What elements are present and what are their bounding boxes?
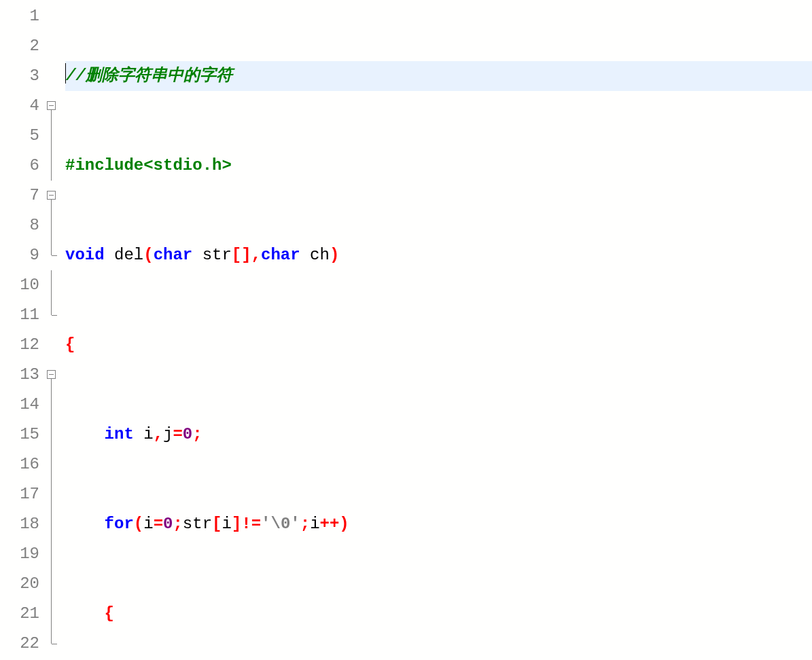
code-line[interactable]: {: [65, 330, 812, 360]
line-number: 5: [0, 121, 45, 151]
fold-toggle-icon[interactable]: [47, 191, 56, 200]
code-line[interactable]: #include<stdio.h>: [65, 151, 812, 181]
line-number: 21: [0, 599, 45, 629]
code-line[interactable]: void del(char str[],char ch): [65, 240, 812, 270]
code-line[interactable]: for(i=0;str[i]!='\0';i++): [65, 509, 812, 539]
line-number: 16: [0, 450, 45, 479]
line-number: 20: [0, 569, 45, 599]
fold-toggle-icon[interactable]: [47, 370, 56, 379]
line-number: 11: [0, 300, 45, 330]
line-number: 19: [0, 539, 45, 569]
fold-toggle-icon[interactable]: [47, 101, 56, 110]
line-number: 8: [0, 210, 45, 240]
line-number: 12: [0, 330, 45, 360]
line-number: 7: [0, 181, 45, 210]
code-editor[interactable]: 1 2 3 4 5 6 7 8 9 10 11 12 13 14 15 16 1…: [0, 0, 812, 660]
line-number: 2: [0, 31, 45, 61]
line-number: 1: [0, 1, 45, 31]
line-number: 6: [0, 151, 45, 181]
line-number: 14: [0, 390, 45, 420]
fold-column: [45, 0, 60, 660]
code-area[interactable]: //删除字符串中的字符 #include<stdio.h> void del(c…: [60, 0, 812, 660]
comment-token: //删除字符串中的字符: [66, 67, 232, 85]
code-line[interactable]: //删除字符串中的字符: [65, 61, 812, 91]
line-number: 17: [0, 479, 45, 509]
code-line[interactable]: {: [65, 599, 812, 629]
line-number-gutter: 1 2 3 4 5 6 7 8 9 10 11 12 13 14 15 16 1…: [0, 0, 45, 660]
line-number: 10: [0, 270, 45, 300]
line-number: 4: [0, 91, 45, 121]
line-number: 18: [0, 509, 45, 539]
line-number: 9: [0, 240, 45, 270]
preprocessor-token: #include<stdio.h>: [65, 156, 232, 175]
line-number: 13: [0, 360, 45, 390]
line-number: 3: [0, 61, 45, 91]
line-number: 15: [0, 420, 45, 450]
line-number: 22: [0, 629, 45, 659]
code-line[interactable]: int i,j=0;: [65, 420, 812, 450]
